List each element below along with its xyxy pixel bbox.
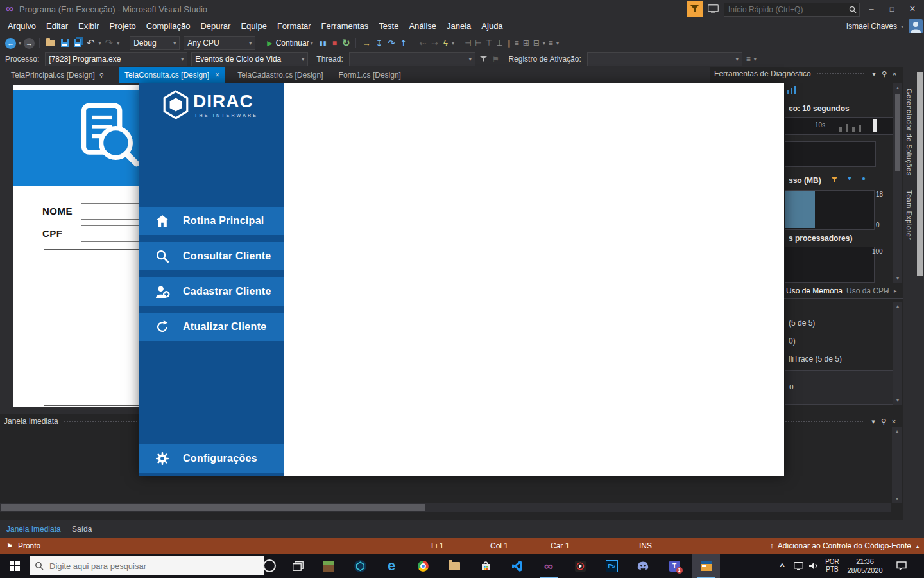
menu-equipe[interactable]: Equipe bbox=[235, 18, 271, 35]
redo-caret-icon[interactable]: ▾ bbox=[116, 40, 121, 46]
window-position-caret-icon[interactable]: ▾ bbox=[868, 416, 878, 426]
scroll-down-icon[interactable]: ▾ bbox=[892, 496, 902, 502]
maximize-button[interactable]: □ bbox=[882, 0, 902, 18]
menu-arquivo[interactable]: Arquivo bbox=[3, 18, 41, 35]
pin-icon[interactable]: ⚲ bbox=[879, 69, 889, 79]
toolbar-options-icon[interactable]: ≡ bbox=[744, 55, 753, 64]
step-out-icon[interactable]: ↥ bbox=[397, 39, 409, 48]
undo-caret-icon[interactable]: ▾ bbox=[98, 40, 103, 46]
avatar[interactable] bbox=[909, 19, 923, 33]
filter-icon[interactable] bbox=[687, 1, 703, 17]
toolbar-overflow-caret-icon[interactable]: ▾ bbox=[753, 57, 758, 62]
tray-language-indicator[interactable]: POR PTB bbox=[821, 554, 843, 578]
tab-output[interactable]: Saída bbox=[72, 525, 92, 534]
tab-telaprincipal-design[interactable]: TelaPrincipal.cs [Design] ⚲ bbox=[5, 67, 110, 83]
toolbar-overflow-caret-icon[interactable]: ▾ bbox=[542, 40, 547, 46]
window-scrollbar[interactable] bbox=[917, 72, 923, 276]
nav-back-icon[interactable]: ⇠ bbox=[416, 39, 429, 48]
close-icon[interactable]: × bbox=[889, 416, 899, 426]
vscode-icon[interactable] bbox=[503, 554, 531, 578]
undo-icon[interactable]: ↶ bbox=[84, 37, 98, 49]
visual-studio-icon[interactable]: ∞ bbox=[535, 554, 563, 578]
action-center-icon[interactable] bbox=[892, 554, 911, 578]
quick-launch-search[interactable] bbox=[724, 3, 860, 17]
tab-scroll-right-icon[interactable]: ▸ bbox=[894, 288, 897, 294]
make-same-width-icon[interactable]: ∥ bbox=[505, 39, 513, 48]
filter-threads-icon[interactable] bbox=[480, 56, 487, 62]
media-app-icon[interactable] bbox=[566, 554, 594, 578]
tab-scroll-left-icon[interactable]: ◂ bbox=[885, 288, 888, 294]
menu-projeto[interactable]: Projeto bbox=[105, 18, 141, 35]
activation-record-combo[interactable]: ▾ bbox=[587, 52, 742, 66]
navigate-back-caret-icon[interactable]: ▾ bbox=[17, 40, 22, 46]
align-left-icon[interactable]: ⊣ bbox=[463, 39, 473, 48]
snapshot-marker-icon[interactable]: ▼ bbox=[846, 175, 853, 182]
close-icon[interactable]: × bbox=[889, 69, 900, 79]
menu-analise[interactable]: Análise bbox=[404, 18, 441, 35]
tab-telaconsulta-design[interactable]: TelaConsulta.cs [Design] × bbox=[119, 67, 225, 83]
cortana-button[interactable] bbox=[255, 554, 284, 578]
pin-icon[interactable]: ⚲ bbox=[99, 72, 104, 79]
feedback-icon[interactable] bbox=[706, 3, 720, 15]
edge-icon[interactable]: e bbox=[377, 554, 406, 578]
redo-icon[interactable]: ↷ bbox=[103, 37, 116, 49]
scroll-up-icon[interactable]: ▴ bbox=[892, 428, 902, 434]
size-to-grid-icon[interactable]: ⊞ bbox=[521, 39, 531, 48]
merge-cells-icon[interactable]: ⊟ bbox=[531, 39, 542, 48]
chart-snapshot-icon[interactable] bbox=[787, 85, 796, 94]
save-icon[interactable] bbox=[61, 39, 69, 47]
continue-button[interactable]: ▶ Continuar ▾ bbox=[264, 39, 317, 48]
tab-memory-usage[interactable]: Uso de Memória bbox=[786, 286, 843, 295]
scrollbar-thumb[interactable] bbox=[895, 94, 900, 171]
menu-item-atualizar-cliente[interactable]: Atualizar Cliente bbox=[139, 313, 284, 341]
toolbar-options-icon[interactable]: ≡ bbox=[547, 39, 555, 48]
menu-item-consultar-cliente[interactable]: Consultar Cliente bbox=[139, 242, 284, 270]
menu-ferramentas[interactable]: Ferramentas bbox=[316, 18, 374, 35]
minimize-button[interactable]: ─ bbox=[861, 0, 882, 18]
tray-display-icon[interactable] bbox=[791, 554, 806, 578]
scrollbar-thumb[interactable] bbox=[1, 504, 425, 511]
taskbar-search[interactable] bbox=[30, 556, 264, 575]
task-view-button[interactable] bbox=[284, 554, 312, 578]
window-position-caret-icon[interactable]: ▾ bbox=[869, 69, 879, 79]
microsoft-store-icon[interactable] bbox=[472, 554, 500, 578]
solution-explorer-vertical-tab[interactable]: Gerenciador de Soluções bbox=[905, 89, 913, 176]
open-file-icon[interactable] bbox=[46, 40, 55, 46]
start-button[interactable] bbox=[0, 554, 30, 578]
tab-form1-design[interactable]: Form1.cs [Design] bbox=[333, 67, 407, 83]
step-into-icon[interactable]: ↧ bbox=[373, 39, 385, 48]
scroll-down-icon[interactable]: ▾ bbox=[893, 398, 902, 403]
scroll-down-icon[interactable]: ▾ bbox=[893, 276, 902, 281]
tab-telacadastro-design[interactable]: TelaCadastro.cs [Design] bbox=[232, 67, 329, 83]
discord-icon[interactable] bbox=[629, 554, 657, 578]
flag-threads-icon[interactable]: ⚑ bbox=[490, 55, 502, 64]
navigate-forward-icon[interactable]: → bbox=[24, 38, 35, 49]
tab-cpu-usage[interactable]: Uso da CPU bbox=[846, 286, 889, 295]
events-scrollbar[interactable]: ▴ ▾ bbox=[893, 302, 902, 405]
menu-janela[interactable]: Janela bbox=[441, 18, 476, 35]
diagnostics-scrollbar[interactable]: ▴ ▾ bbox=[893, 83, 902, 283]
menu-compilacao[interactable]: Compilação bbox=[141, 18, 196, 35]
minecraft-icon[interactable] bbox=[314, 554, 343, 578]
intellitrace-caret-icon[interactable]: ▾ bbox=[450, 40, 456, 46]
scroll-up-icon[interactable]: ▴ bbox=[893, 85, 902, 91]
teams-icon[interactable]: T 1 bbox=[660, 554, 689, 578]
make-same-height-icon[interactable]: ≡ bbox=[513, 39, 521, 48]
toolbar-overflow-caret-icon[interactable]: ▾ bbox=[555, 40, 560, 46]
intellitrace-icon[interactable]: ϟ bbox=[441, 39, 450, 48]
lifecycle-events-combo[interactable]: Eventos de Ciclo de Vida ▾ bbox=[191, 52, 308, 66]
quick-launch-input[interactable] bbox=[727, 4, 849, 15]
menu-item-configuracoes[interactable]: Configurações bbox=[139, 444, 284, 473]
menu-item-rotina-principal[interactable]: Rotina Principal bbox=[139, 207, 284, 235]
navigate-back-icon[interactable]: ← bbox=[5, 38, 16, 49]
tray-show-hidden-icons[interactable]: ^ bbox=[774, 554, 791, 578]
session-timeline[interactable]: 10s bbox=[785, 117, 896, 135]
restart-icon[interactable]: ↻ bbox=[339, 37, 353, 49]
add-to-source-control-button[interactable]: ↑ Adicionar ao Controle do Código-Fonte … bbox=[770, 538, 919, 554]
solution-platform-combo[interactable]: Any CPU ▾ bbox=[184, 36, 255, 50]
nav-forward-icon[interactable]: ⇢ bbox=[429, 39, 441, 48]
menu-editar[interactable]: Editar bbox=[41, 18, 73, 35]
scroll-up-icon[interactable]: ▴ bbox=[893, 303, 902, 309]
show-next-statement-icon[interactable]: → bbox=[359, 39, 373, 48]
menu-depurar[interactable]: Depurar bbox=[195, 18, 235, 35]
